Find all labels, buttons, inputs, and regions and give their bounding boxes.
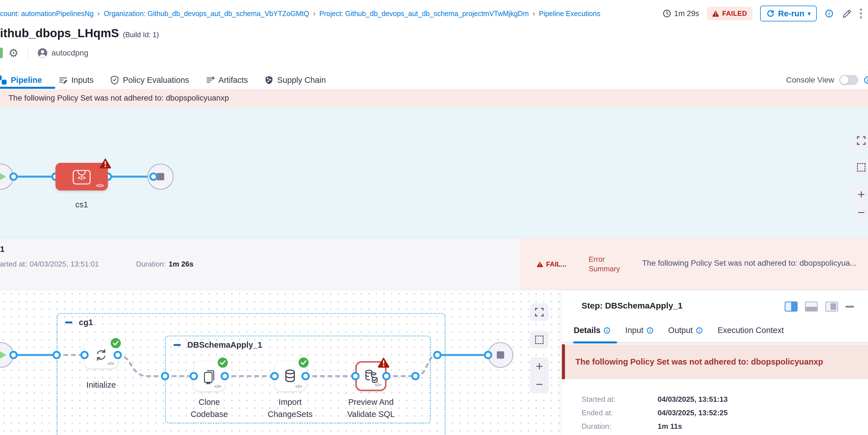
breadcrumb: count: automationPipelinesNg › Organizat… — [0, 0, 600, 27]
error-summary-message: The following Policy Set was not adhered… — [642, 259, 865, 268]
kebab-menu-icon[interactable] — [859, 8, 863, 19]
layout-right-view-icon[interactable] — [785, 302, 798, 312]
info-icon[interactable] — [825, 9, 834, 18]
detail-label: Ended at: — [582, 408, 658, 417]
rerun-button[interactable]: Re-run ▾ — [760, 6, 817, 22]
inputs-icon — [58, 75, 68, 85]
tab-details[interactable]: Details — [574, 326, 611, 335]
stage-info-bar: 1 arted at: 04/03/2025, 13:51:01 Duratio… — [0, 238, 868, 290]
step-node-preview-validate-sql[interactable]: </> — [355, 361, 386, 391]
tab-supply-chain-label: Supply Chain — [277, 75, 326, 85]
breadcrumb-separator: › — [533, 9, 535, 18]
breadcrumb-pipeline-executions[interactable]: Pipeline Executions — [539, 9, 600, 18]
collapse-group-cg1-button[interactable] — [64, 318, 74, 327]
start-node — [0, 164, 13, 189]
tab-supply-chain[interactable]: Supply Chain — [264, 71, 326, 89]
caret-down-icon: ▾ — [808, 10, 810, 17]
trigger-user: autocdpng — [37, 48, 88, 58]
detail-value: 1m 11s — [658, 422, 682, 431]
build-id: (Build Id: 1) — [123, 31, 159, 39]
stage-node-label: cs1 — [56, 200, 108, 209]
step-details-panel: Step: DBSchemaApply_1 Details Input Out — [562, 290, 868, 435]
tab-details-label: Details — [574, 326, 600, 335]
execution-title: ithub_dbops_LHqmS — [0, 27, 119, 40]
execution-title-row: ithub_dbops_LHqmS(Build Id: 1) — [0, 27, 159, 40]
step-panel-title: Step: DBSchemaApply_1 — [582, 301, 682, 310]
tab-execution-context[interactable]: Execution Context — [718, 326, 784, 335]
console-view-toggle[interactable] — [839, 75, 859, 85]
tab-input[interactable]: Input — [625, 326, 654, 335]
console-view-info-icon[interactable] — [864, 76, 868, 84]
execution-tab-bar: Pipeline Inputs Policy Evaluations — [0, 71, 868, 89]
canvas2-fullscreen-button[interactable] — [530, 304, 549, 321]
info-icon — [646, 327, 654, 334]
pipeline-icon — [0, 74, 7, 86]
canvas2-marquee-select-button[interactable] — [530, 331, 549, 348]
tab-inputs[interactable]: Inputs — [58, 71, 93, 89]
tab-output[interactable]: Output — [668, 326, 703, 335]
end-node — [488, 343, 513, 367]
stage-node-cs1[interactable]: </> </> — [56, 163, 108, 190]
canvas-marquee-select-button[interactable] — [852, 159, 868, 176]
database-icon — [282, 368, 298, 384]
step-failed-badge-icon — [377, 356, 390, 368]
group-dbschemaapply-label: DBSchemaApply_1 — [187, 340, 262, 350]
canvas2-zoom-controls: + − — [530, 357, 549, 393]
rerun-button-label: Re-run — [778, 9, 804, 18]
database-validate-icon — [363, 368, 379, 384]
breadcrumb-organization[interactable]: Organization: Github_db_devops_aut_db_sc… — [104, 9, 309, 18]
stop-icon — [157, 173, 164, 180]
trigger-user-name: autocdpng — [52, 49, 88, 58]
tab-policy-evaluations[interactable]: Policy Evaluations — [110, 71, 189, 89]
code-glyph: </> — [295, 384, 302, 390]
zoom-in-button[interactable]: + — [858, 187, 865, 201]
clock-icon — [662, 9, 672, 18]
execution-meta-row: ⚙ autocdpng — [0, 46, 88, 60]
step-node-clone-codebase[interactable]: </> — [194, 361, 225, 391]
info-icon — [695, 327, 703, 334]
breadcrumb-account[interactable]: count: automationPipelinesNg — [0, 9, 93, 18]
collapse-group-dbschemaapply-button[interactable] — [172, 341, 182, 349]
step-label-clone-codebase: Clone Codebase — [181, 396, 238, 421]
stage-graph-canvas[interactable]: </> </> cs1 + − — [0, 107, 868, 238]
detail-row-started: Started at: 04/03/2025, 13:51:13 — [582, 395, 728, 404]
stage-failed-badge-icon — [99, 157, 112, 169]
step-label-import-changesets: Import ChangeSets — [262, 396, 318, 421]
console-view-control: Console View — [786, 71, 868, 89]
layout-bottom-view-icon[interactable] — [805, 302, 818, 312]
tab-artifacts[interactable]: Artifacts — [206, 71, 248, 89]
zoom-out-button[interactable]: − — [858, 206, 865, 219]
supply-chain-shield-icon — [264, 75, 274, 85]
step-node-initialize[interactable]: </> — [85, 342, 118, 368]
started-at-value: 04/03/2025, 13:51:01 — [30, 260, 99, 269]
status-badge: FAILED — [707, 7, 752, 20]
tab-pipeline[interactable]: Pipeline — [0, 71, 42, 89]
detail-row-ended: Ended at: 04/03/2025, 13:52:25 — [582, 408, 728, 417]
code-glyph: </> — [375, 382, 382, 388]
layout-floating-view-icon[interactable] — [825, 302, 838, 312]
stage-fail-badge: FAIL... — [536, 260, 566, 268]
info-icon — [603, 327, 611, 334]
stop-icon — [497, 351, 504, 359]
step-node-import-changesets[interactable]: </> — [275, 361, 306, 391]
zoom-in-button[interactable]: + — [536, 359, 543, 373]
zoom-out-button[interactable]: − — [536, 377, 543, 391]
status-badge-label: FAILED — [722, 9, 747, 18]
step-panel-tabs: Details Input Output Execution Context — [574, 326, 784, 335]
panel-minimize-button[interactable] — [845, 306, 854, 308]
breadcrumb-project[interactable]: Project: Github_db_devops_aut_db_schema_… — [319, 9, 529, 18]
warning-triangle-icon — [712, 10, 719, 17]
gear-icon[interactable]: ⚙ — [8, 47, 19, 59]
code-glyph: </> — [107, 361, 114, 367]
step-error-box: The following Policy Set was not adhered… — [562, 344, 868, 379]
step-label-initialize: Initialize — [73, 379, 129, 391]
success-badge-icon — [298, 357, 309, 368]
start-node — [0, 343, 13, 367]
canvas-fullscreen-button[interactable] — [852, 132, 868, 149]
step-graph-canvas[interactable]: cg1 DBSchemaApply_1 </> Initialize — [0, 290, 562, 435]
active-tab-underline — [0, 87, 55, 89]
panel-active-tab-underline — [573, 341, 617, 343]
edit-pencil-icon[interactable] — [841, 9, 851, 18]
step-label-preview-validate-sql: Preview And Validate SQL — [340, 396, 402, 421]
detail-value: 04/03/2025, 13:52:25 — [658, 408, 728, 417]
